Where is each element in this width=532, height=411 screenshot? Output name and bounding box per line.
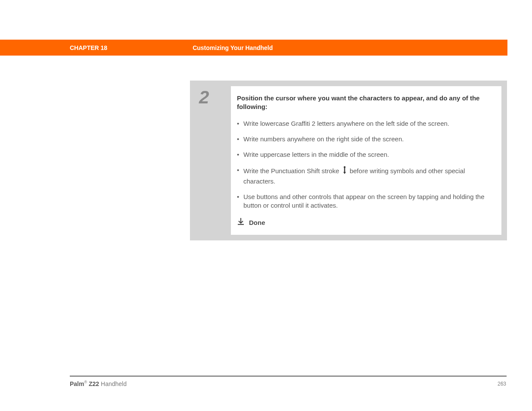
- footer-suffix: Handheld: [99, 380, 127, 387]
- footer-model: Z22: [87, 380, 99, 387]
- chapter-header: CHAPTER 18 Customizing Your Handheld: [0, 40, 507, 56]
- step-content: Position the cursor where you want the c…: [231, 86, 501, 235]
- footer-divider: [70, 376, 507, 377]
- done-arrow-icon: [237, 218, 245, 227]
- step-panel: 2 Position the cursor where you want the…: [190, 81, 507, 240]
- list-item: Write lowercase Graffiti 2 letters anywh…: [237, 119, 496, 128]
- bullet-list: Write lowercase Graffiti 2 letters anywh…: [237, 119, 496, 210]
- svg-point-0: [343, 166, 345, 168]
- chapter-number: CHAPTER 18: [70, 44, 107, 51]
- footer-brand: Palm: [70, 380, 84, 387]
- chapter-title: Customizing Your Handheld: [193, 44, 273, 51]
- step-row: 2 Position the cursor where you want the…: [196, 86, 501, 235]
- list-item: Write numbers anywhere on the right side…: [237, 135, 496, 143]
- bullet-text-before: Write the Punctuation Shift stroke: [243, 167, 341, 174]
- list-item: Write uppercase letters in the middle of…: [237, 150, 496, 159]
- page-number: 263: [498, 381, 506, 387]
- list-item: Use buttons and other controls that appe…: [237, 193, 496, 210]
- done-row: Done: [237, 218, 496, 227]
- done-label: Done: [249, 219, 265, 226]
- step-intro: Position the cursor where you want the c…: [237, 94, 496, 112]
- step-number: 2: [196, 86, 231, 235]
- punctuation-shift-stroke-icon: [342, 166, 347, 177]
- footer-product: Palm® Z22 Handheld: [70, 380, 127, 387]
- list-item: Write the Punctuation Shift stroke befor…: [237, 166, 496, 186]
